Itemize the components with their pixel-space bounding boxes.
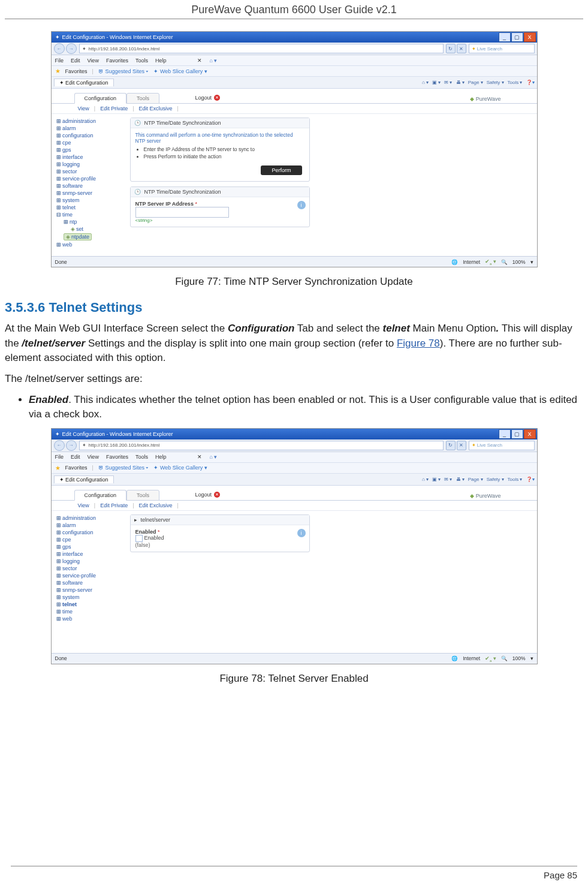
forward-button[interactable]: → (66, 440, 77, 451)
tree-sector[interactable]: ⊞ sector (56, 565, 125, 572)
tab-edit-configuration[interactable]: ✦ Edit Configuration (54, 79, 114, 86)
menu-help[interactable]: Help (155, 58, 167, 64)
subnav-edit-private[interactable]: Edit Private (100, 106, 128, 112)
cmd-print-icon[interactable]: 🖶 ▾ (456, 80, 465, 85)
home-icon[interactable]: ⌂ ▾ (209, 454, 217, 460)
tree-cpe[interactable]: ⊞ cpe (56, 536, 125, 543)
cmd-mail-icon[interactable]: ✉ ▾ (444, 80, 452, 85)
tree-gps[interactable]: ⊞ gps (56, 146, 125, 153)
menu-favorites[interactable]: Favorites (106, 58, 128, 64)
cmd-feeds-icon[interactable]: ▣ ▾ (432, 477, 441, 482)
minimize-button[interactable]: _ (499, 429, 511, 439)
subnav-view[interactable]: View (78, 106, 89, 112)
forward-button[interactable]: → (66, 43, 77, 54)
suggested-sites[interactable]: ⛨ Suggested Sites ▾ (98, 465, 149, 471)
cmd-tools[interactable]: Tools ▾ (508, 477, 523, 482)
tree-ntp[interactable]: ⊞ ntp (56, 218, 125, 225)
menu-file[interactable]: File (55, 58, 64, 64)
figure-78-xref[interactable]: Figure 78 (397, 338, 440, 349)
cmd-safety[interactable]: Safety ▾ (487, 80, 504, 85)
tree-configuration[interactable]: ⊞ configuration (56, 132, 125, 139)
home-icon[interactable]: ⌂ ▾ (209, 58, 217, 64)
info-icon[interactable]: i (297, 529, 306, 537)
cmd-home-icon[interactable]: ⌂ ▾ (422, 80, 429, 85)
logout-link[interactable]: Logout ✕ (195, 95, 221, 101)
back-button[interactable]: ← (54, 43, 65, 54)
tree-cpe[interactable]: ⊞ cpe (56, 139, 125, 146)
maximize-button[interactable]: ▢ (511, 429, 523, 439)
address-bar[interactable]: ✦ http://192.168.200.101/index.html (79, 44, 444, 53)
status-zoom[interactable]: 100% (512, 655, 526, 661)
cmd-safety[interactable]: Safety ▾ (487, 477, 504, 482)
tree-service-profile[interactable]: ⊞ service-profile (56, 572, 125, 579)
close-button[interactable]: X (524, 429, 536, 439)
favorites-label[interactable]: Favorites (65, 465, 88, 471)
close-button[interactable]: X (524, 32, 536, 42)
search-box[interactable]: ✦ Live Search (469, 44, 535, 53)
search-box[interactable]: ✦ Live Search (469, 441, 535, 450)
tree-software[interactable]: ⊞ software (56, 182, 125, 189)
menu-favorites[interactable]: Favorites (106, 454, 128, 460)
tree-telnet[interactable]: ⊞ telnet (56, 601, 125, 608)
tree-telnet[interactable]: ⊞ telnet (56, 204, 125, 211)
tree-configuration[interactable]: ⊞ configuration (56, 529, 125, 536)
tree-administration[interactable]: ⊞ administration (56, 118, 125, 125)
tree-alarm[interactable]: ⊞ alarm (56, 125, 125, 132)
tree-interface[interactable]: ⊞ interface (56, 550, 125, 558)
web-slice-gallery[interactable]: ✦ Web Slice Gallery ▾ (153, 465, 207, 471)
tree-interface[interactable]: ⊞ interface (56, 153, 125, 161)
tree-web[interactable]: ⊞ web (56, 241, 125, 248)
tree-alarm[interactable]: ⊞ alarm (56, 522, 125, 529)
zoom-icon[interactable]: 🔍 (501, 259, 508, 265)
web-slice-gallery[interactable]: ✦ Web Slice Gallery ▾ (153, 68, 207, 74)
tree-ntpdate[interactable]: ◈ ntpdate (56, 233, 125, 241)
tree-service-profile[interactable]: ⊞ service-profile (56, 175, 125, 182)
refresh-button[interactable]: ↻ (446, 441, 456, 450)
back-button[interactable]: ← (54, 440, 65, 451)
cmd-print-icon[interactable]: 🖶 ▾ (456, 477, 465, 482)
status-zoom[interactable]: 100% (512, 259, 526, 265)
cmd-mail-icon[interactable]: ✉ ▾ (444, 477, 452, 482)
tree-logging[interactable]: ⊞ logging (56, 161, 125, 168)
menu-edit[interactable]: Edit (71, 58, 80, 64)
subnav-view[interactable]: View (78, 502, 89, 508)
tree-logging[interactable]: ⊞ logging (56, 558, 125, 565)
tree-snmp-server[interactable]: ⊞ snmp-server (56, 189, 125, 197)
tab-tools[interactable]: Tools (126, 490, 159, 501)
cmd-help-icon[interactable]: ❓▾ (526, 477, 535, 482)
zoom-icon[interactable]: 🔍 (501, 655, 508, 661)
tab-edit-configuration[interactable]: ✦ Edit Configuration (54, 475, 114, 483)
cmd-page[interactable]: Page ▾ (468, 477, 483, 482)
refresh-button[interactable]: ↻ (446, 44, 456, 53)
menu-tools[interactable]: Tools (135, 454, 148, 460)
logout-link[interactable]: Logout ✕ (195, 492, 221, 498)
cmd-tools[interactable]: Tools ▾ (508, 80, 523, 85)
tree-gps[interactable]: ⊞ gps (56, 543, 125, 550)
cmd-page[interactable]: Page ▾ (468, 80, 483, 85)
ntp-ip-input[interactable] (135, 207, 229, 218)
maximize-button[interactable]: ▢ (511, 32, 523, 42)
menu-file[interactable]: File (55, 454, 64, 460)
tree-time[interactable]: ⊞ time (56, 608, 125, 615)
tree-software[interactable]: ⊞ software (56, 579, 125, 586)
cmd-feeds-icon[interactable]: ▣ ▾ (432, 80, 441, 85)
zoom-dropdown-icon[interactable]: ▾ (530, 655, 533, 661)
tree-administration[interactable]: ⊞ administration (56, 514, 125, 522)
subnav-edit-private[interactable]: Edit Private (100, 502, 128, 508)
menu-tools[interactable]: Tools (135, 58, 148, 64)
info-icon[interactable]: i (297, 201, 306, 209)
subnav-edit-exclusive[interactable]: Edit Exclusive (139, 106, 173, 112)
favorites-label[interactable]: Favorites (65, 68, 88, 74)
tree-time[interactable]: ⊟ time (56, 211, 125, 218)
tab-configuration[interactable]: Configuration (74, 93, 127, 104)
perform-button[interactable]: Perform (261, 165, 301, 175)
tree-sector[interactable]: ⊞ sector (56, 168, 125, 175)
zoom-dropdown-icon[interactable]: ▾ (530, 259, 533, 265)
tree-system[interactable]: ⊞ system (56, 594, 125, 601)
stop-button[interactable]: ✕ (457, 44, 466, 53)
menu-help[interactable]: Help (155, 454, 167, 460)
tree-web[interactable]: ⊞ web (56, 615, 125, 622)
subnav-edit-exclusive[interactable]: Edit Exclusive (139, 502, 173, 508)
tree-set[interactable]: ◈ set (56, 225, 125, 233)
cmd-home-icon[interactable]: ⌂ ▾ (422, 477, 429, 482)
